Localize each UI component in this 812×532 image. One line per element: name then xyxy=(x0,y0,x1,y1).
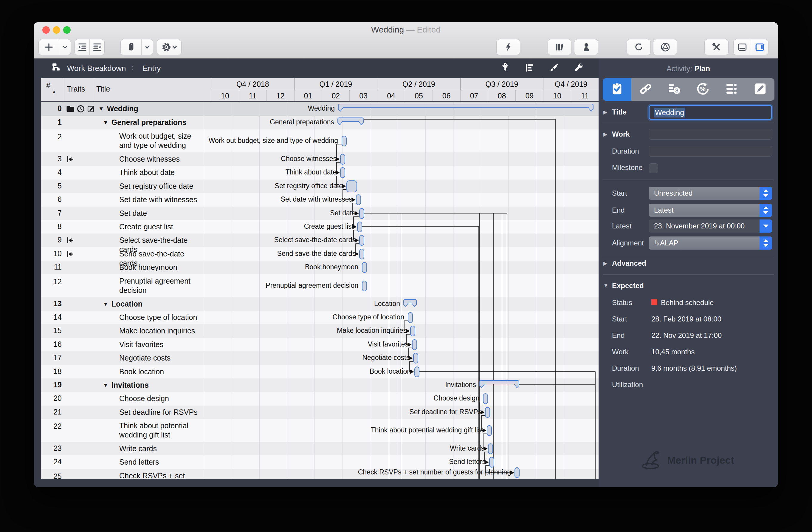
task-title[interactable]: Think about potential wedding gift list xyxy=(119,421,202,440)
paperclip-button[interactable] xyxy=(121,39,141,55)
gantt-bar[interactable] xyxy=(359,208,364,219)
grid-line xyxy=(564,102,564,479)
task-title[interactable]: Set registry office date xyxy=(119,182,202,191)
gantt-bar[interactable] xyxy=(340,154,345,164)
task-title[interactable]: Choose witnesses xyxy=(119,155,202,164)
sync-button[interactable] xyxy=(627,39,650,55)
task-title[interactable]: Choose design xyxy=(119,394,202,403)
start-dropdown[interactable]: Unrestricted xyxy=(649,187,772,200)
task-title[interactable]: ▼Wedding xyxy=(98,104,202,114)
collapse-triangle-icon[interactable]: ▼ xyxy=(98,105,104,112)
task-title[interactable]: Prenuptial agreement decision xyxy=(119,276,202,295)
gantt-bar[interactable] xyxy=(483,393,488,404)
format-icon[interactable] xyxy=(525,63,535,74)
gantt-bar[interactable] xyxy=(342,136,347,146)
gantt-bar[interactable] xyxy=(356,195,361,205)
task-title[interactable]: ▼General preparations xyxy=(103,118,202,128)
disclosure-triangle[interactable]: ▶ xyxy=(603,260,607,267)
task-title[interactable]: ▼Invitations xyxy=(103,380,202,390)
task-title[interactable]: Think about date xyxy=(119,168,202,177)
gantt-bar[interactable] xyxy=(514,467,520,478)
panel-right-button[interactable] xyxy=(751,39,768,55)
gantt-bar[interactable] xyxy=(488,443,493,454)
gantt-bar[interactable] xyxy=(346,181,357,192)
lightning-button[interactable] xyxy=(497,39,520,55)
task-title[interactable]: Work out budget, size and type of weddin… xyxy=(119,131,202,150)
task-title[interactable]: Make location inquiries xyxy=(119,326,202,335)
progress-tab[interactable]: % xyxy=(688,78,717,101)
gantt-bar[interactable] xyxy=(359,249,364,259)
network-button[interactable] xyxy=(653,39,677,55)
task-title[interactable]: Negotiate costs xyxy=(119,354,202,363)
dependencies-tab[interactable] xyxy=(632,78,660,101)
tools-button[interactable] xyxy=(705,39,728,55)
gantt-bar[interactable] xyxy=(362,281,367,291)
settings-wrench-icon[interactable] xyxy=(574,63,584,74)
breadcrumb[interactable]: Work Breakdown 〉 Entry xyxy=(52,58,161,78)
task-title[interactable]: Book honeymoon xyxy=(119,263,202,272)
breadcrumb-view[interactable]: Work Breakdown xyxy=(67,64,126,73)
note-tab[interactable] xyxy=(746,78,774,101)
stepper-icon xyxy=(759,187,772,200)
task-title[interactable]: Set deadline for RSVPs xyxy=(119,408,202,417)
gantt-bar[interactable] xyxy=(408,312,413,323)
end-dropdown[interactable]: Latest xyxy=(649,204,772,217)
gantt-bar[interactable] xyxy=(410,326,415,336)
task-title[interactable]: ▼Location xyxy=(103,299,202,309)
gantt-task-label: Create guest list xyxy=(304,222,353,231)
gantt-bar[interactable] xyxy=(340,167,345,178)
disclosure-triangle[interactable]: ▶ xyxy=(603,131,607,138)
collapse-triangle-icon[interactable]: ▼ xyxy=(103,301,108,307)
gantt-task-label: Wedding xyxy=(308,104,335,112)
section-advanced[interactable]: ▶ Advanced xyxy=(598,259,778,270)
outdent-button[interactable] xyxy=(89,39,104,55)
panel-bottom-button[interactable] xyxy=(734,39,751,55)
task-title[interactable]: Choose type of location xyxy=(119,313,202,322)
column-header-number[interactable]: # xyxy=(46,81,50,90)
chevron-down-button[interactable] xyxy=(141,39,153,55)
person-button[interactable] xyxy=(575,39,598,55)
alignment-dropdown[interactable]: ↳ALAP xyxy=(649,236,772,249)
library-button[interactable] xyxy=(548,39,571,55)
latest-date-picker[interactable]: 23. November 2019 at 00:00 xyxy=(649,219,772,233)
chevron-down-button[interactable] xyxy=(59,39,71,55)
gantt-bar[interactable] xyxy=(485,407,490,418)
info-tab[interactable] xyxy=(603,78,632,101)
disclosure-triangle[interactable]: ▶ xyxy=(603,109,607,115)
collapse-triangle-icon[interactable]: ▼ xyxy=(103,382,108,388)
finance-tab[interactable]: $ xyxy=(660,78,688,101)
milestone-checkbox[interactable] xyxy=(649,163,658,173)
filter-icon[interactable] xyxy=(500,63,510,74)
style-brush-icon[interactable] xyxy=(549,63,559,74)
section-expected[interactable]: ▼ Expected xyxy=(598,282,778,292)
work-input[interactable] xyxy=(649,129,772,140)
task-title[interactable]: Create guest list xyxy=(119,222,202,231)
task-title[interactable]: Set date with witnesses xyxy=(119,195,202,204)
row-number: 20 xyxy=(41,394,62,403)
gantt-bar[interactable] xyxy=(359,235,364,246)
title-input[interactable]: Wedding xyxy=(649,105,772,120)
gear-chevron-button[interactable] xyxy=(157,39,181,55)
task-title[interactable]: Send letters xyxy=(119,458,202,467)
duration-input[interactable] xyxy=(649,146,772,157)
collapse-triangle-icon[interactable]: ▼ xyxy=(103,119,108,126)
column-header-traits[interactable]: Traits xyxy=(67,85,85,94)
gantt-bar[interactable] xyxy=(362,262,367,273)
attachments-tab[interactable] xyxy=(717,78,746,101)
breadcrumb-mode[interactable]: Entry xyxy=(143,64,161,73)
plus-button[interactable] xyxy=(39,39,59,55)
task-title[interactable]: Visit favorites xyxy=(119,340,202,349)
task-title[interactable]: Check RSVPs + set number of guests for p… xyxy=(119,471,202,479)
gantt-bar[interactable] xyxy=(489,457,494,468)
gantt-bar[interactable] xyxy=(414,366,419,377)
gantt-bar[interactable] xyxy=(487,425,492,436)
disclosure-triangle[interactable]: ▼ xyxy=(603,283,608,289)
gantt-bar[interactable] xyxy=(413,353,418,363)
task-title[interactable]: Book location xyxy=(119,367,202,376)
task-title[interactable]: Write cards xyxy=(119,444,202,453)
gantt-bar[interactable] xyxy=(357,221,362,232)
column-header-title[interactable]: Title xyxy=(96,85,110,94)
gantt-bar[interactable] xyxy=(412,339,417,350)
indent-button[interactable] xyxy=(75,39,89,55)
task-title[interactable]: Set date xyxy=(119,209,202,218)
